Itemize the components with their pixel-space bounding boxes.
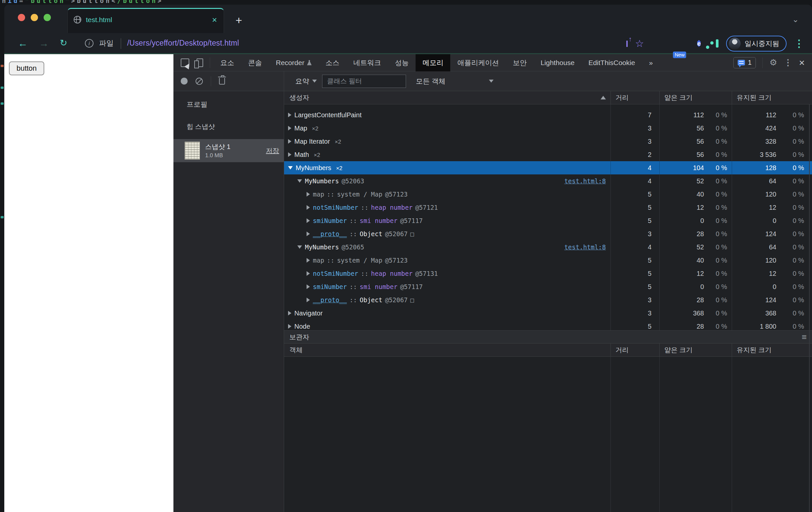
settings-gear-icon[interactable]: ⚙	[770, 57, 777, 68]
devtools-tab-콘솔[interactable]: 콘솔	[241, 54, 269, 72]
source-link[interactable]: test.html:8	[564, 177, 606, 184]
new-tab-button[interactable]: +	[235, 15, 242, 26]
expander-icon[interactable]	[288, 126, 291, 131]
expander-icon[interactable]	[288, 324, 291, 329]
devtools-tab-Lighthouse[interactable]: Lighthouse	[533, 54, 581, 72]
objects-filter-dropdown[interactable]: 모든 객체	[416, 77, 446, 86]
heap-row[interactable]: MyNumbers@52065 test.html:8 4 520 % 640 …	[284, 240, 812, 254]
expander-icon[interactable]	[307, 271, 310, 276]
column-retained-size[interactable]: 유지된 크기	[732, 344, 812, 357]
expander-icon[interactable]	[297, 179, 302, 183]
record-heap-icon[interactable]	[181, 78, 187, 85]
heap-row[interactable]: MyNumbers@52063 test.html:8 4 520 % 640 …	[284, 174, 812, 188]
heap-row[interactable]: Map Iterator×2 3 560 % 3280 %	[284, 135, 812, 148]
device-toolbar-icon[interactable]	[197, 58, 203, 67]
heap-row[interactable]: map::system / Map@57123 5 400 % 1200 %	[284, 188, 812, 201]
devtools-tab-요소[interactable]: 요소	[213, 54, 241, 72]
chevron-down-icon[interactable]	[489, 80, 494, 83]
heap-row[interactable]: __proto__::Object@52067□ 3 280 % 1240 %	[284, 293, 812, 307]
heap-row[interactable]: JSON×2 2 560 % 2560 %	[284, 104, 812, 108]
row-label: notSmiNumber::heap number@57131	[313, 270, 441, 277]
reload-button[interactable]: ↻	[60, 39, 67, 48]
heap-row[interactable]: notSmiNumber::heap number@57121 5 120 % …	[284, 201, 812, 214]
heap-row[interactable]: MyNumbers×2 4 1040 % 1280 %	[284, 161, 812, 174]
sidebar-toggle-icon[interactable]	[716, 40, 719, 47]
tab-search-chevron-icon[interactable]: ⌄	[792, 17, 799, 22]
heap-row[interactable]: smiNumber::smi number@57117 5 00 % 00 %	[284, 280, 812, 293]
minimize-window-button[interactable]	[31, 14, 38, 21]
devtools-close-icon[interactable]: ×	[799, 58, 805, 68]
column-distance[interactable]: 거리	[610, 344, 659, 357]
heap-row[interactable]: Map×2 3 560 % 4240 %	[284, 121, 812, 135]
hexagon-e-icon[interactable]: e	[697, 38, 701, 49]
delete-profile-icon[interactable]	[219, 78, 225, 85]
column-shallow-size[interactable]: 얕은 크기	[659, 91, 732, 104]
column-constructor[interactable]: 생성자	[284, 91, 610, 104]
expander-icon[interactable]	[307, 284, 310, 289]
heap-row[interactable]: Navigator 3 3680 % 3680 %	[284, 307, 812, 320]
expander-icon[interactable]	[307, 218, 310, 223]
shallow-size-cell: 520 %	[659, 174, 732, 188]
info-icon[interactable]: i	[85, 39, 93, 48]
page-button[interactable]: button	[9, 61, 44, 75]
devtools-tab-네트워크[interactable]: 네트워크	[346, 54, 388, 72]
devtools-tab-메모리[interactable]: 메모리	[415, 54, 450, 72]
expander-icon[interactable]	[288, 311, 291, 315]
retained-size-cell: 640 %	[732, 240, 812, 254]
bookmark-star-icon[interactable]: ☆	[635, 39, 644, 49]
snapshot-item[interactable]: 스냅샷 1 1.0 MB 저장	[173, 139, 284, 162]
heap-row[interactable]: notSmiNumber::heap number@57131 5 120 % …	[284, 267, 812, 280]
expander-icon[interactable]	[288, 139, 291, 144]
share-icon[interactable]	[626, 40, 628, 47]
devtools-tab-»[interactable]: »	[642, 54, 660, 72]
browser-tab[interactable]: test.html ×	[67, 8, 224, 33]
heap-row[interactable]: map::system / Map@57123 5 400 % 1200 %	[284, 254, 812, 267]
expander-icon[interactable]	[307, 258, 310, 263]
tab-close-icon[interactable]: ×	[212, 16, 217, 24]
column-shallow-size[interactable]: 얕은 크기	[659, 344, 732, 357]
devtools-tab-Recorder[interactable]: Recorder	[269, 54, 318, 72]
save-snapshot-link[interactable]: 저장	[266, 146, 279, 155]
heap-row[interactable]: Math×2 2 560 % 3 5360 %	[284, 148, 812, 161]
expander-icon[interactable]	[307, 232, 310, 236]
devtools-tab-소스[interactable]: 소스	[318, 54, 346, 72]
heap-row[interactable]: LargestContentfulPaint 7 1120 % 1120 %	[284, 108, 812, 121]
retainers-menu-icon[interactable]: ≡	[802, 332, 807, 342]
row-label: smiNumber::smi number@57117	[313, 217, 426, 224]
heap-row[interactable]: Node 5 280 % 1 8000 %	[284, 320, 812, 330]
heap-row[interactable]: __proto__::Object@52067□ 3 280 % 1240 %	[284, 227, 812, 240]
browser-menu-icon[interactable]: ⋮	[794, 39, 804, 49]
expander-icon[interactable]	[288, 113, 291, 117]
expander-icon[interactable]	[288, 152, 291, 157]
expander-icon[interactable]	[307, 192, 310, 197]
clear-profiles-icon[interactable]	[196, 78, 203, 85]
column-object[interactable]: 객체	[284, 344, 610, 357]
chevron-down-icon	[312, 80, 317, 83]
profile-button[interactable]: 일시중지됨	[726, 36, 787, 52]
perspective-dropdown[interactable]: 요약	[295, 77, 317, 86]
scrollbar-gutter[interactable]	[809, 104, 810, 512]
devtools-tab-EditThisCookie[interactable]: EditThisCookie	[581, 54, 642, 72]
class-filter-input[interactable]	[322, 75, 406, 88]
column-distance[interactable]: 거리	[610, 91, 659, 104]
devtools-menu-icon[interactable]: ⋮	[784, 57, 792, 68]
column-retained-size[interactable]: 유지된 크기	[732, 91, 812, 104]
expander-icon[interactable]	[307, 297, 310, 302]
devtools-tab-성능[interactable]: 성능	[388, 54, 415, 72]
expander-icon[interactable]	[288, 166, 293, 169]
flask-icon	[307, 60, 312, 65]
devtools-tab-보안[interactable]: 보안	[506, 54, 533, 72]
expander-icon[interactable]	[307, 205, 310, 210]
devtools-tab-애플리케이션[interactable]: 애플리케이션	[450, 54, 506, 72]
issues-counter[interactable]: 1	[733, 57, 756, 68]
url-text[interactable]: /Users/yceffort/Desktop/test.html	[127, 39, 239, 48]
forward-button[interactable]: →	[39, 38, 49, 48]
close-window-button[interactable]	[18, 14, 25, 21]
globe-favicon-icon	[74, 16, 81, 24]
zoom-window-button[interactable]	[44, 14, 51, 21]
heap-row[interactable]: smiNumber::smi number@57117 5 00 % 00 %	[284, 214, 812, 227]
back-button[interactable]: ←	[18, 38, 28, 48]
source-link[interactable]: test.html:8	[564, 244, 606, 251]
expander-icon[interactable]	[297, 246, 302, 249]
inspect-element-icon[interactable]	[181, 58, 189, 67]
